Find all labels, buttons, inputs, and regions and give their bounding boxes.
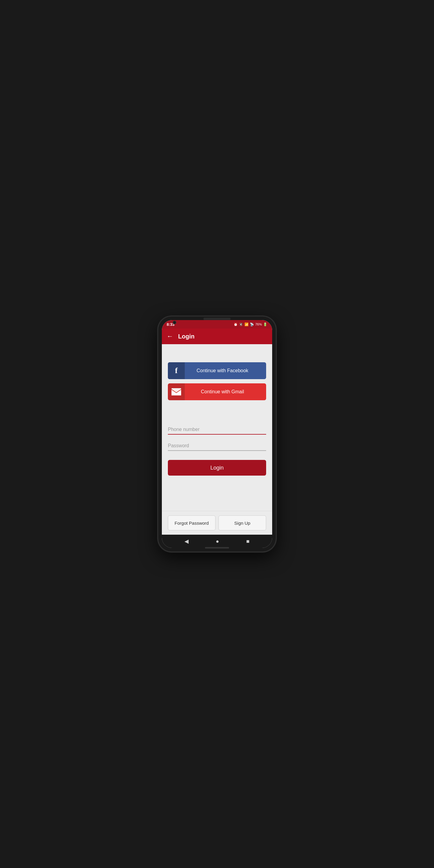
facebook-icon-box: f: [168, 362, 185, 379]
bottom-chin: [205, 547, 229, 549]
password-input[interactable]: [168, 441, 266, 451]
sign-up-button[interactable]: Sign Up: [218, 516, 266, 530]
nav-home-button[interactable]: ●: [216, 538, 219, 545]
signal-icon: 📡: [250, 322, 254, 327]
mute-icon: 🔇: [239, 322, 243, 327]
password-input-wrapper: [168, 441, 266, 451]
phone-frame: 8:33 ⏰ 🔇 📶 📡 76% 🔋 ← Login f: [158, 316, 276, 552]
spacer-top: [168, 344, 266, 362]
spacer-middle: [168, 400, 266, 424]
battery-level: 76%: [255, 322, 262, 326]
gmail-icon-box: [168, 383, 185, 400]
login-button[interactable]: Login: [168, 460, 266, 475]
top-notch: [204, 318, 230, 320]
alarm-icon: ⏰: [234, 322, 238, 327]
status-icons: ⏰ 🔇 📶 📡 76% 🔋: [234, 322, 267, 327]
app-bar: ← Login: [162, 329, 272, 344]
gmail-login-button[interactable]: Continue with Gmail: [168, 383, 266, 400]
battery-icon: 🔋: [263, 322, 267, 327]
nav-back-button[interactable]: ◀: [184, 538, 189, 545]
phone-screen: 8:33 ⏰ 🔇 📶 📡 76% 🔋 ← Login f: [162, 320, 272, 548]
gmail-button-label: Continue with Gmail: [185, 389, 266, 395]
nav-recent-button[interactable]: ■: [246, 538, 250, 545]
app-bar-title: Login: [178, 333, 194, 340]
facebook-icon: f: [175, 367, 178, 375]
forgot-password-button[interactable]: Forgot Password: [168, 516, 216, 530]
phone-input-wrapper: [168, 424, 266, 435]
facebook-login-button[interactable]: f Continue with Facebook: [168, 362, 266, 379]
navigation-bar: ◀ ● ■: [162, 535, 272, 548]
main-content: f Continue with Facebook Continue with G…: [162, 344, 272, 511]
gmail-envelope-icon: [172, 388, 181, 396]
back-button[interactable]: ←: [167, 333, 173, 340]
facebook-button-label: Continue with Facebook: [185, 368, 266, 373]
phone-input[interactable]: [168, 424, 266, 435]
wifi-icon: 📶: [244, 322, 249, 327]
status-bar: 8:33 ⏰ 🔇 📶 📡 76% 🔋: [162, 320, 272, 329]
bottom-actions: Forgot Password Sign Up: [162, 511, 272, 535]
camera-dot: [173, 321, 176, 324]
spacer-bottom: [168, 475, 266, 511]
